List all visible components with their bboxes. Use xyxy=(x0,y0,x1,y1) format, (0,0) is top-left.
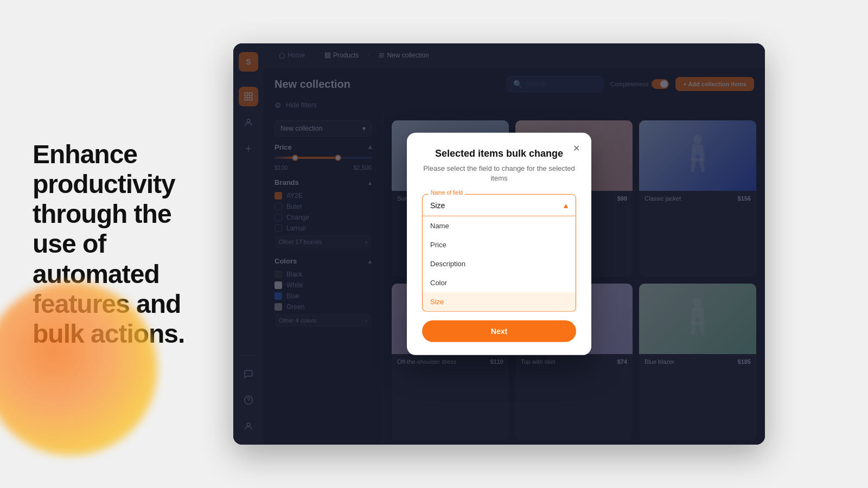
dropdown-option-size[interactable]: Size xyxy=(423,292,576,311)
next-button[interactable]: Next xyxy=(422,320,576,342)
dropdown-option-description[interactable]: Description xyxy=(423,254,576,273)
dropdown-trigger[interactable]: Size ▴ xyxy=(422,194,576,216)
left-panel: Enhance productivity through the use of … xyxy=(0,0,233,488)
app-window: S Home › xyxy=(233,43,765,445)
dropdown-list: Name Price Description Color Size xyxy=(422,216,576,312)
dropdown-field-label: Name of field xyxy=(429,190,465,196)
modal-close-button[interactable]: ✕ xyxy=(570,142,583,155)
modal-subtitle: Please select the field to change for th… xyxy=(422,164,576,183)
dropdown-option-color[interactable]: Color xyxy=(423,273,576,292)
dropdown-chevron-icon: ▴ xyxy=(564,200,568,210)
field-dropdown[interactable]: Name of field Size ▴ Name Price Descript… xyxy=(422,194,576,312)
bulk-change-modal: ✕ Selected items bulk change Please sele… xyxy=(407,133,591,355)
dropdown-option-price[interactable]: Price xyxy=(423,235,576,254)
modal-title: Selected items bulk change xyxy=(422,148,576,159)
dropdown-option-name[interactable]: Name xyxy=(423,216,576,235)
dropdown-selected-value: Size xyxy=(430,201,445,210)
